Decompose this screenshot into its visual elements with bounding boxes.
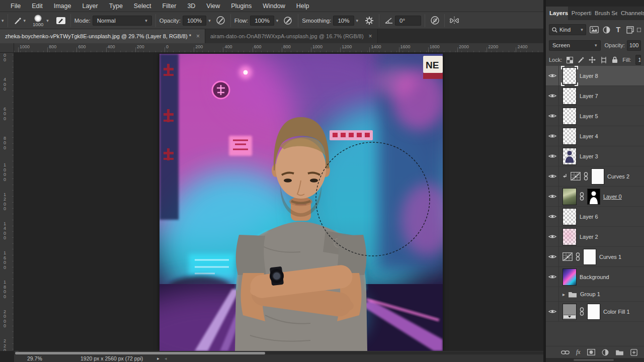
canvas-workspace[interactable]: NE <box>14 53 543 351</box>
menu-layer[interactable]: Layer <box>76 0 103 12</box>
layer-name[interactable]: Curves 1 <box>599 254 621 260</box>
status-next-icon[interactable]: ▸ <box>157 356 159 361</box>
menu-plugins[interactable]: Plugins <box>225 0 257 12</box>
toggle-brush-settings-icon[interactable] <box>55 15 67 27</box>
zoom-level-field[interactable]: 29.7% <box>27 355 50 361</box>
vertical-ruler[interactable]: 2 0 04 0 06 0 08 0 01 0 0 01 2 0 01 4 0 … <box>0 43 14 351</box>
layer-thumbnail[interactable] <box>562 87 577 105</box>
layer-row-layer-6[interactable]: Layer 6 <box>546 207 644 227</box>
expand-chevron-icon[interactable]: ▸ <box>562 292 565 297</box>
layer-row-curves-2[interactable]: Curves 2 <box>546 166 644 187</box>
menu-edit[interactable]: Edit <box>26 0 48 12</box>
layer-name[interactable]: Layer 4 <box>580 133 598 139</box>
layer-row-layer-5[interactable]: Layer 5 <box>546 106 644 126</box>
filter-adjustment-layers-icon[interactable] <box>602 25 611 35</box>
layer-mask-thumbnail[interactable] <box>587 189 600 205</box>
layer-name[interactable]: Layer 5 <box>580 113 598 119</box>
horizontal-scrollbar-thumb[interactable] <box>15 352 265 354</box>
visibility-toggle[interactable] <box>546 166 559 186</box>
filter-kind-select[interactable]: Kind ▾ <box>549 24 586 35</box>
filter-type-layers-icon[interactable]: T <box>614 25 622 35</box>
menu-filter[interactable]: Filter <box>157 0 182 12</box>
mode-select[interactable]: Normal ▾ <box>93 16 152 26</box>
panel-tab-properti[interactable]: Properti <box>568 7 591 20</box>
panel-tab-brush-se[interactable]: Brush Se <box>591 7 617 20</box>
paint-symmetry-icon[interactable] <box>448 15 460 27</box>
fill-swatch-thumbnail[interactable] <box>562 304 577 320</box>
brush-tool-chevron-icon[interactable]: ▾ <box>24 18 26 23</box>
layer-thumbnail[interactable] <box>562 148 577 165</box>
filter-pixel-layers-icon[interactable] <box>590 25 599 35</box>
visibility-toggle[interactable] <box>546 126 559 146</box>
add-layer-mask-icon[interactable] <box>587 348 595 357</box>
brush-preset-chevron-icon[interactable]: ▾ <box>46 18 49 23</box>
layer-name[interactable]: Background <box>580 274 609 280</box>
panel-scrollbar-thumb[interactable] <box>574 359 614 361</box>
layer-row-layer-3[interactable]: Layer 3 <box>546 146 644 166</box>
layer-row-layer-0[interactable]: Layer 0 <box>546 187 644 207</box>
flow-input[interactable]: 100% <box>250 16 274 26</box>
layer-name[interactable]: Layer 0 <box>603 194 622 200</box>
lock-position-icon[interactable] <box>589 56 596 64</box>
layer-name[interactable]: Curves 2 <box>607 173 629 179</box>
layer-mask-thumbnail[interactable] <box>587 304 600 320</box>
menu-view[interactable]: View <box>201 0 225 12</box>
visibility-toggle[interactable] <box>546 227 559 246</box>
document-tab-2[interactable]: airam-dato-on-OnAB7tWXxpA-unsplash.jpg @… <box>205 29 378 43</box>
panel-opacity-input[interactable]: 100 <box>627 40 641 51</box>
layer-name[interactable]: Layer 3 <box>580 153 598 159</box>
layer-mask-thumbnail[interactable] <box>583 249 596 265</box>
visibility-toggle[interactable] <box>546 287 559 301</box>
layer-row-layer-8[interactable]: Layer 8 <box>546 66 644 86</box>
visibility-toggle[interactable] <box>546 207 559 226</box>
close-icon[interactable]: × <box>369 33 372 40</box>
horizontal-ruler[interactable]: 1000800600400200020040060080010001200140… <box>14 43 546 53</box>
layer-row-layer-4[interactable]: Layer 4 <box>546 126 644 146</box>
lock-image-icon[interactable] <box>578 56 584 64</box>
document-tab-1[interactable]: zheka-boychenko-vPkTWyTgk8E-unsplash.jpg… <box>0 29 205 43</box>
opacity-chevron-icon[interactable]: ▾ <box>208 18 211 23</box>
layer-thumbnail[interactable] <box>562 208 577 225</box>
panel-fill-input[interactable]: 100 <box>635 55 641 65</box>
tool-preset-chevron-icon[interactable]: ▾ <box>2 18 4 23</box>
layer-thumbnail[interactable] <box>562 108 577 125</box>
filter-shape-layers-icon[interactable] <box>626 25 634 35</box>
curves-adjustment-icon[interactable] <box>562 252 573 261</box>
pressure-size-icon[interactable] <box>429 15 441 27</box>
new-group-icon[interactable] <box>615 348 624 357</box>
visibility-toggle[interactable] <box>546 146 559 166</box>
layer-row-background[interactable]: Background <box>546 267 644 287</box>
layer-row-layer-7[interactable]: Layer 7 <box>546 86 644 106</box>
visibility-toggle[interactable] <box>546 267 559 287</box>
panel-scrollbar[interactable] <box>546 358 644 362</box>
flow-chevron-icon[interactable]: ▾ <box>276 18 279 23</box>
filter-smart-objects-icon[interactable] <box>637 25 641 35</box>
visibility-toggle[interactable] <box>546 66 559 85</box>
layer-row-group-1[interactable]: ▸Group 1 <box>546 287 644 302</box>
layer-thumbnail[interactable] <box>562 268 577 286</box>
menu-3d[interactable]: 3D <box>182 0 201 12</box>
layer-thumbnail[interactable] <box>562 128 577 145</box>
layer-name[interactable]: Group 1 <box>580 291 600 297</box>
visibility-toggle[interactable] <box>546 106 559 126</box>
menu-image[interactable]: Image <box>48 0 77 12</box>
layer-name[interactable]: Layer 2 <box>580 234 598 240</box>
layer-name[interactable]: Layer 8 <box>580 73 598 79</box>
visibility-toggle[interactable] <box>546 302 559 321</box>
lock-all-icon[interactable] <box>612 56 618 64</box>
menu-window[interactable]: Window <box>257 0 290 12</box>
horizontal-scrollbar[interactable] <box>14 351 543 354</box>
layer-thumbnail[interactable] <box>562 67 577 84</box>
layer-name[interactable]: Layer 6 <box>580 214 598 220</box>
new-layer-icon[interactable] <box>630 348 637 357</box>
link-layers-icon[interactable] <box>561 348 570 357</box>
panel-tab-layers[interactable]: Layers <box>546 7 568 20</box>
layer-name[interactable]: Color Fill 1 <box>603 309 630 315</box>
layer-row-color-fill-1[interactable]: Color Fill 1 <box>546 302 644 322</box>
lock-transparency-icon[interactable] <box>567 56 573 64</box>
menu-select[interactable]: Select <box>128 0 157 12</box>
blend-mode-select[interactable]: Screen ▾ <box>549 40 601 51</box>
lock-artboard-icon[interactable] <box>600 56 607 64</box>
layer-effects-icon[interactable]: fx <box>576 348 581 357</box>
layer-row-layer-2[interactable]: Layer 2 <box>546 227 644 247</box>
